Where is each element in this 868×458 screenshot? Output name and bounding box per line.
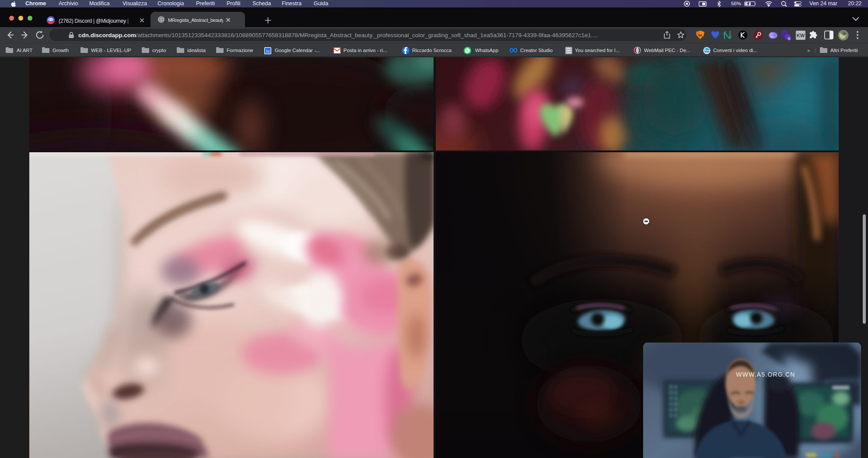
svg-text:KW: KW (797, 33, 805, 38)
svg-text:WWW.A5.ORG.CN: WWW.A5.ORG.CN (736, 371, 795, 378)
svg-text:31: 31 (266, 49, 270, 53)
svg-text:5: 5 (788, 37, 790, 41)
